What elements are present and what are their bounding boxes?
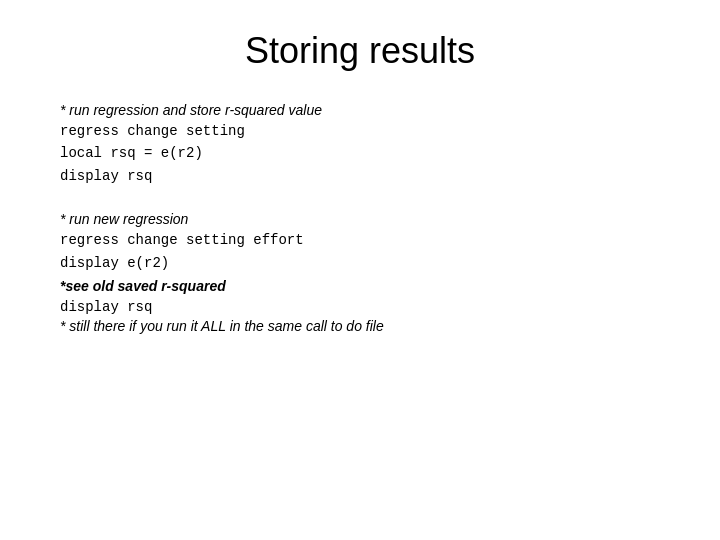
section2-comment: * run new regression xyxy=(60,211,670,227)
section1-code: regress change setting local rsq = e(r2)… xyxy=(60,120,670,187)
code-line-4: regress change setting effort xyxy=(60,229,670,251)
code-line-6: display rsq xyxy=(60,296,670,318)
code-line-3: display rsq xyxy=(60,165,670,187)
section1-comment: * run regression and store r-squared val… xyxy=(60,102,670,118)
section-1: * run regression and store r-squared val… xyxy=(60,102,670,187)
section-2: * run new regression regress change sett… xyxy=(60,211,670,334)
section2-code: regress change setting effort display e(… xyxy=(60,229,670,274)
section2-final-comment: * still there if you run it ALL in the s… xyxy=(60,318,670,334)
page-title: Storing results xyxy=(50,30,670,72)
code-line-2: local rsq = e(r2) xyxy=(60,142,670,164)
content-area: * run regression and store r-squared val… xyxy=(50,102,670,358)
section2-code2: display rsq xyxy=(60,296,670,318)
page-container: Storing results * run regression and sto… xyxy=(0,0,720,540)
section2-bold-comment: *see old saved r-squared xyxy=(60,278,670,294)
code-line-5: display e(r2) xyxy=(60,252,670,274)
code-line-1: regress change setting xyxy=(60,120,670,142)
